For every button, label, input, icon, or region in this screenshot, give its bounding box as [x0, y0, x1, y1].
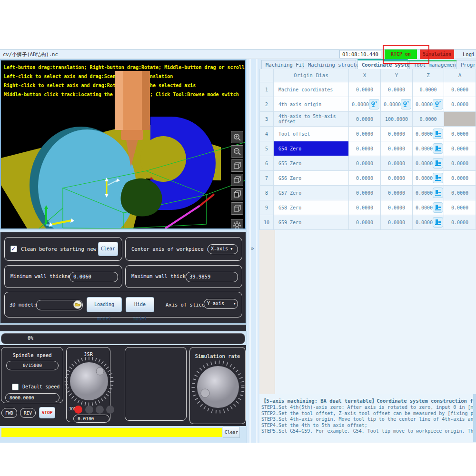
- tool-probe-icon[interactable]: [433, 129, 443, 139]
- tool-probe-icon[interactable]: [433, 173, 443, 183]
- map-pin-z-icon[interactable]: Z: [433, 99, 443, 109]
- rtcp-toggle-button[interactable]: RTCP on: [385, 50, 417, 59]
- cell-z[interactable]: 0.0000: [413, 112, 444, 127]
- cell-x[interactable]: 0.0000: [349, 186, 381, 200]
- default-speed-input[interactable]: 8000.0000: [5, 393, 60, 402]
- tool-probe-icon[interactable]: [433, 143, 443, 154]
- spindle-speed-display[interactable]: 0/15000: [6, 361, 59, 370]
- login-button[interactable]: Logi: [463, 51, 475, 57]
- cell-x[interactable]: 0.0000: [349, 215, 381, 230]
- spindle-stop-button[interactable]: STOP: [39, 407, 55, 418]
- jog-step-radio-active[interactable]: [74, 406, 82, 414]
- gear-icon[interactable]: [231, 219, 243, 229]
- cell-y[interactable]: 0.0000Y: [381, 97, 413, 112]
- spindle-rev-button[interactable]: REV: [20, 408, 36, 418]
- row-label-selected[interactable]: G54 Zero: [274, 141, 349, 156]
- folder-open-icon[interactable]: [73, 300, 82, 311]
- view-cube-icon[interactable]: [231, 159, 243, 172]
- row-label[interactable]: G59 Zero: [274, 215, 349, 230]
- pane-splitter[interactable]: »: [247, 59, 259, 443]
- cell-z[interactable]: 0.0000: [413, 156, 444, 171]
- zoom-out-icon[interactable]: [231, 145, 243, 158]
- cell-x[interactable]: 0.0000: [349, 171, 381, 186]
- cell-z[interactable]: 0.0000: [413, 127, 444, 141]
- cell-x[interactable]: 0.0000: [349, 141, 381, 156]
- table-row: 10 G59 Zero 0.0000 0.0000 0.0000 0.0000: [259, 215, 476, 230]
- cell-y[interactable]: 0.0000: [381, 82, 413, 97]
- tool-probe-icon[interactable]: [433, 202, 443, 213]
- alarm-clear-button[interactable]: Clear: [223, 426, 240, 438]
- tab-program[interactable]: Program: [456, 60, 476, 69]
- cell-y[interactable]: 100.0000: [381, 112, 413, 127]
- row-label[interactable]: Tool offset: [274, 127, 349, 141]
- jog-step-radio[interactable]: [106, 406, 114, 414]
- cell-a[interactable]: 0.0000: [444, 171, 476, 186]
- chevrons-right-icon[interactable]: »: [250, 245, 254, 252]
- clean-checkbox[interactable]: [10, 246, 17, 252]
- axis-slice-select[interactable]: Y-axis: [204, 299, 238, 309]
- clear-model-button[interactable]: Clear: [98, 242, 118, 256]
- jog-step-radio[interactable]: [96, 406, 104, 414]
- cell-z[interactable]: 0.0000: [413, 141, 444, 156]
- cell-y[interactable]: 0.0000: [381, 215, 413, 230]
- view-cube-icon[interactable]: [231, 202, 243, 215]
- row-label[interactable]: G56 Zero: [274, 171, 349, 186]
- min-wall-input[interactable]: 0.0060: [69, 272, 118, 282]
- zoom-in-icon[interactable]: [231, 131, 243, 143]
- cell-y[interactable]: 0.0000: [381, 186, 413, 200]
- view-cube-icon[interactable]: [231, 174, 243, 186]
- cell-z[interactable]: 0.0000: [413, 215, 444, 230]
- cell-y[interactable]: 0.0000: [381, 200, 413, 215]
- cell-z[interactable]: 0.0000: [413, 171, 444, 186]
- cell-a[interactable]: 0.0000: [444, 200, 476, 215]
- cell-a[interactable]: 0.0000: [444, 127, 476, 141]
- center-axis-select[interactable]: X-axis: [208, 244, 238, 254]
- jog-step-input[interactable]: 0.0100: [73, 415, 109, 423]
- cell-x[interactable]: 0.0000: [349, 200, 381, 215]
- tab-machining-file[interactable]: Machining File: [261, 60, 302, 69]
- cell-x[interactable]: 0.0000: [349, 82, 381, 97]
- max-wall-input[interactable]: 39.9859: [186, 272, 238, 282]
- jog-step-radio[interactable]: [85, 406, 93, 414]
- cell-a[interactable]: 0.0000: [444, 82, 476, 97]
- jsr-knob[interactable]: [64, 356, 114, 407]
- cell-a[interactable]: 0.0000: [444, 141, 476, 156]
- cell-z[interactable]: 0.0000: [413, 200, 444, 215]
- cell-z[interactable]: 0.0000Z: [413, 97, 444, 112]
- tool-probe-icon[interactable]: [433, 188, 443, 198]
- cell-y[interactable]: 0.0000: [381, 156, 413, 171]
- tool-probe-icon[interactable]: [433, 217, 443, 228]
- cell-x[interactable]: 0.0000: [349, 127, 381, 141]
- row-label[interactable]: 4th-axis origin: [274, 97, 349, 112]
- 3d-viewport[interactable]: Left-button drag:translation; Right-butt…: [0, 60, 246, 229]
- cell-x[interactable]: 0.0000X: [349, 97, 381, 112]
- spindle-fwd-button[interactable]: FWD: [1, 408, 17, 418]
- cell-a[interactable]: 0.0000: [444, 215, 476, 230]
- map-pin-y-icon[interactable]: Y: [401, 99, 411, 109]
- row-label[interactable]: G57 Zero: [274, 186, 349, 200]
- loading-model-button[interactable]: Loading model: [87, 297, 122, 312]
- view-cube-filled-icon[interactable]: [231, 188, 243, 200]
- cell-a[interactable]: 0.0000: [444, 156, 476, 171]
- cell-x[interactable]: 0.0000: [349, 112, 381, 127]
- default-speed-checkbox[interactable]: [12, 384, 19, 390]
- row-label[interactable]: G55 Zero: [274, 156, 349, 171]
- tool-probe-icon[interactable]: [433, 158, 443, 169]
- notes-scrollbar[interactable]: [473, 394, 476, 442]
- map-pin-x-icon[interactable]: X: [369, 99, 379, 109]
- cell-y[interactable]: 0.0000: [381, 127, 413, 141]
- row-label[interactable]: Machine coordinates: [274, 82, 349, 97]
- cell-y[interactable]: 0.0000: [381, 171, 413, 186]
- simulation-button[interactable]: Simulation: [420, 50, 454, 59]
- hide-model-button[interactable]: Hide model: [126, 297, 154, 312]
- cell-x[interactable]: 0.0000: [349, 156, 381, 171]
- cell-y[interactable]: 0.0000: [381, 141, 413, 156]
- simulation-rate-knob[interactable]: [191, 360, 245, 414]
- cell-z[interactable]: 0.0000: [413, 82, 444, 97]
- row-label[interactable]: 4th-axis to 5th-axis offset: [274, 112, 349, 127]
- cell-a[interactable]: 0.0000: [444, 186, 476, 200]
- tab-machining-structure[interactable]: Machining structure: [304, 60, 356, 69]
- cell-a[interactable]: 0.0000: [444, 97, 476, 112]
- cell-z[interactable]: 0.0000: [413, 186, 444, 200]
- row-label[interactable]: G58 Zero: [274, 200, 349, 215]
